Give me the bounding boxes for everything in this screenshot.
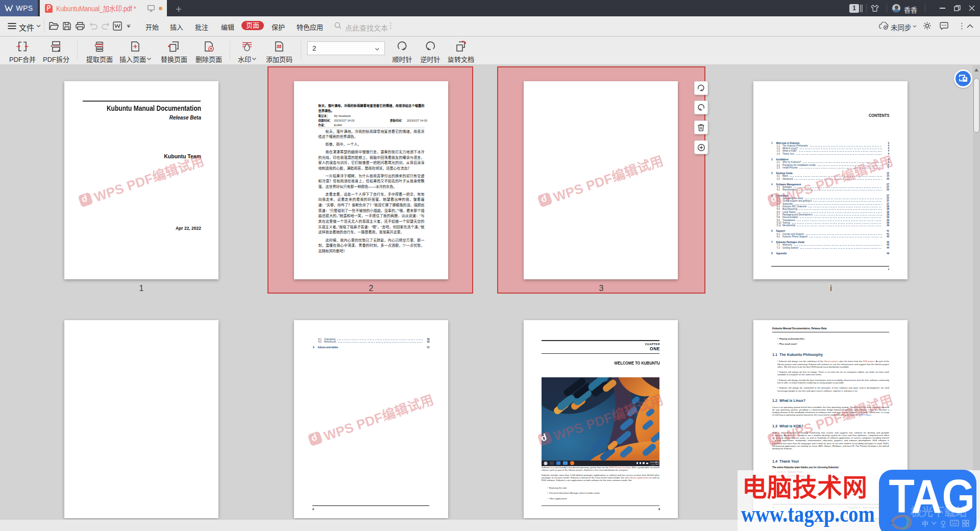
svg-text:2:09 PM: 2:09 PM (650, 461, 657, 464)
svg-text:极光下载站: 极光下载站 (911, 504, 967, 519)
svg-text:2/3/22: 2/3/22 (651, 464, 655, 466)
svg-text:中: 中 (922, 518, 928, 528)
